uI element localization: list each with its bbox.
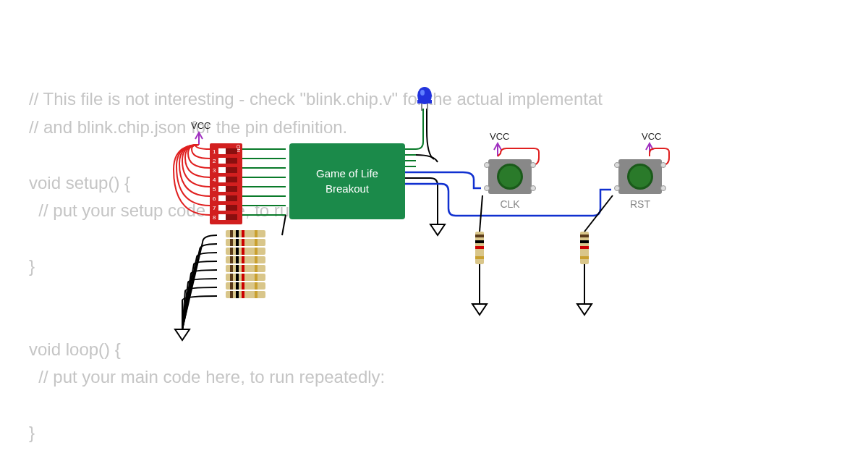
clk-button-assembly: CLK — [481, 159, 539, 203]
circuit-canvas[interactable]: VCC VCC VCC Game of Life Breakout ON 123… — [0, 0, 868, 456]
button-cap-icon — [497, 164, 523, 190]
resistor-wires — [0, 0, 868, 456]
rst-button-assembly: RST — [611, 159, 669, 203]
clk-button[interactable] — [488, 159, 532, 194]
clk-label: CLK — [481, 198, 539, 210]
button-cap-icon — [627, 164, 653, 190]
rst-button[interactable] — [618, 159, 662, 194]
rst-label: RST — [611, 198, 669, 210]
